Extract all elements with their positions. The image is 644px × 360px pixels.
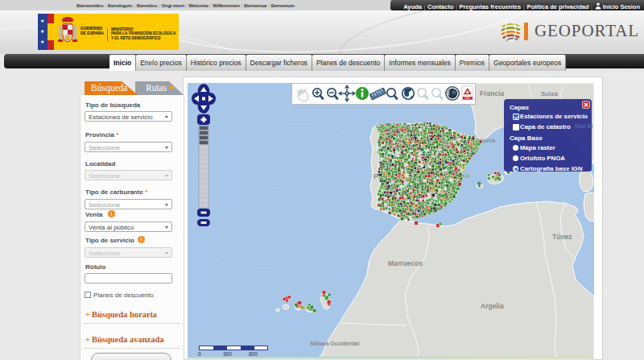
svg-text:PDF: PDF xyxy=(465,97,470,100)
svg-text:Argelia: Argelia xyxy=(481,302,504,310)
svg-text:Suiza: Suiza xyxy=(541,90,558,97)
svg-text:Francia: Francia xyxy=(480,89,505,97)
svg-text:Marruecos: Marruecos xyxy=(388,259,423,267)
svg-text:Túnez: Túnez xyxy=(552,233,572,241)
svg-text:Sáhara Occidental: Sáhara Occidental xyxy=(310,341,359,346)
